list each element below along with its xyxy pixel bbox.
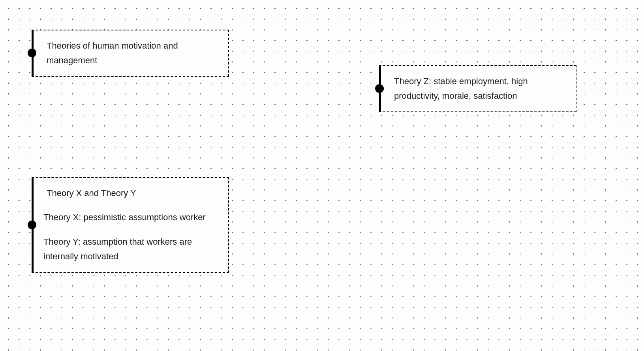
diagram-card-theory-x-y[interactable]: Theory X and Theory Y Theory X: pessimis… (32, 177, 229, 273)
card-text: Theory Z: stable employment, high produc… (391, 74, 566, 104)
card-text: Theory X and Theory Y (43, 186, 219, 200)
bullet-icon (28, 221, 36, 229)
diagram-card-motivation-theories[interactable]: Theories of human motivation and managem… (32, 30, 229, 77)
diagram-card-theory-z[interactable]: Theory Z: stable employment, high produc… (379, 65, 576, 112)
card-text: Theory Y: assumption that workers are in… (43, 234, 219, 264)
card-text: Theories of human motivation and managem… (43, 38, 219, 68)
card-text: Theory X: pessimistic assumptions worker (43, 210, 219, 225)
bullet-icon (28, 49, 36, 57)
bullet-icon (375, 84, 384, 93)
